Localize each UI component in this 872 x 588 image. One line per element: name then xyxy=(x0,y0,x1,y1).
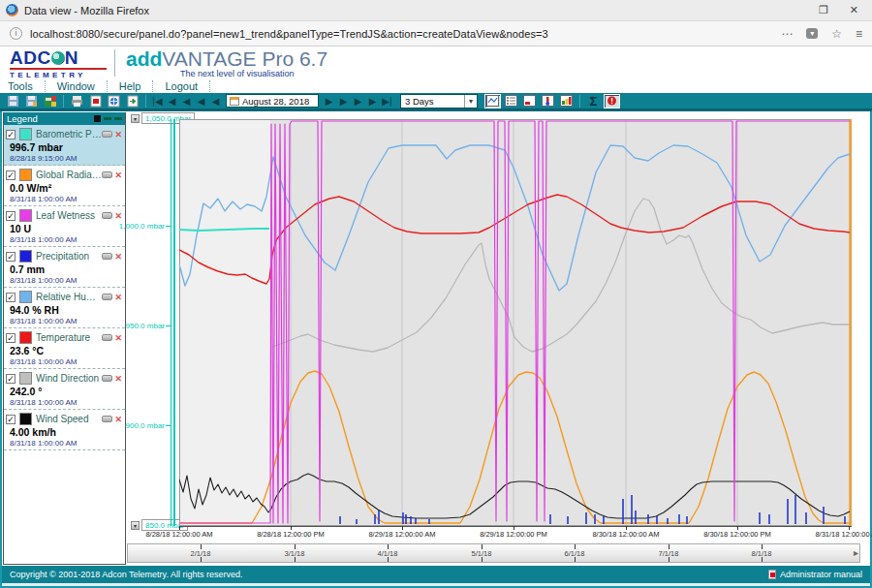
alarms-button[interactable] xyxy=(604,94,620,108)
legend-item-color-swatch xyxy=(19,169,32,181)
trend-plot[interactable] xyxy=(179,119,852,526)
table-view-button[interactable] xyxy=(503,94,519,108)
menu-item-tools[interactable]: Tools xyxy=(0,80,46,92)
save-button[interactable] xyxy=(5,94,21,108)
legend-item-checkbox[interactable]: ✓ xyxy=(6,415,16,424)
legend-item-options-button[interactable] xyxy=(102,253,112,260)
save-as-button[interactable] xyxy=(23,94,40,108)
nav-back-button-1[interactable]: ◀ xyxy=(165,96,179,107)
y-axis-line xyxy=(171,119,171,526)
legend-item-value: 0.7 mm xyxy=(6,263,123,276)
nav-forward-button-4[interactable]: ▶| xyxy=(380,96,394,107)
axis-stepper-icon[interactable]: ▾ xyxy=(131,114,140,123)
legend-item-remove-button[interactable]: ✕ xyxy=(114,170,122,180)
menu-item-window[interactable]: Window xyxy=(46,80,108,92)
time-overview-scrollbar[interactable]: ▸ 2/1/183/1/184/1/185/1/186/1/187/1/188/… xyxy=(127,543,860,563)
main-menu: ToolsWindowHelpLogout xyxy=(0,79,872,93)
download-icon[interactable]: ▾ xyxy=(806,28,818,39)
scroll-right-icon[interactable]: ▸ xyxy=(854,547,858,558)
legend-item-checkbox[interactable]: ✓ xyxy=(6,170,16,180)
administrator-manual-link[interactable]: Administrator manual xyxy=(780,570,862,579)
legend-item-value: 10 U xyxy=(6,223,123,235)
legend-item-checkbox[interactable]: ✓ xyxy=(6,374,16,384)
legend-item-options-button[interactable] xyxy=(102,294,112,300)
date-field[interactable]: August 28, 2018 xyxy=(226,94,319,108)
browser-toolbar: i localhost:8080/secure/panel.do?panel=n… xyxy=(0,21,872,46)
site-info-icon[interactable]: i xyxy=(10,27,22,40)
legend-item-remove-button[interactable]: ✕ xyxy=(114,211,122,221)
legend-title: Legend xyxy=(7,113,38,124)
legend-item-options-button[interactable] xyxy=(102,212,112,219)
legend-item-checkbox[interactable]: ✓ xyxy=(6,130,16,139)
x-tick-label: 8/28/18 12:00:00 PM xyxy=(247,530,334,539)
nav-back-button-0[interactable]: |◀ xyxy=(150,96,165,107)
app-toolbar: |◀◀◀◀◀ August 28, 2018 ▶▶▶▶▶| 3 Days ▾ Σ xyxy=(0,93,872,109)
sum-button[interactable]: Σ xyxy=(585,94,602,108)
legend-item-remove-button[interactable]: ✕ xyxy=(114,293,122,302)
x-tick-label: 8/30/18 12:00:00 PM xyxy=(694,530,781,539)
legend-maximize-icon[interactable] xyxy=(114,117,122,120)
nav-back-button-4[interactable]: ◀ xyxy=(208,96,223,107)
nav-forward-button-1[interactable]: ▶ xyxy=(336,96,351,107)
legend-item-value: 996.7 mbar xyxy=(6,141,123,154)
legend-header[interactable]: Legend xyxy=(4,112,125,125)
range-dropdown[interactable]: 3 Days ▾ xyxy=(400,94,478,108)
nav-forward-button-2[interactable]: ▶ xyxy=(351,96,365,107)
legend-item-checkbox[interactable]: ✓ xyxy=(6,211,16,221)
date-value: August 28, 2018 xyxy=(242,96,309,107)
trend-view-button[interactable] xyxy=(484,94,501,108)
menu-item-help[interactable]: Help xyxy=(108,80,154,92)
nav-forward-button-3[interactable]: ▶ xyxy=(365,96,380,107)
legend-item-6: ✓Wind Direction✕242.0 °8/31/18 1:00:00 A… xyxy=(4,369,125,410)
legend-item-color-swatch xyxy=(19,209,32,222)
x-axis-line xyxy=(179,526,852,527)
overview-month-label: 5/1/18 xyxy=(457,549,506,558)
legend-item-checkbox[interactable]: ✓ xyxy=(6,333,16,343)
legend-item-options-button[interactable] xyxy=(102,334,112,341)
hamburger-menu-icon[interactable]: ≡ xyxy=(856,27,862,41)
legend-item-options-button[interactable] xyxy=(102,416,112,422)
window-title: Data view - Mozilla Firefox xyxy=(24,5,149,16)
menu-item-logout[interactable]: Logout xyxy=(153,80,210,92)
nav-back-button-2[interactable]: ◀ xyxy=(179,96,194,107)
export-pdf-button[interactable] xyxy=(87,94,104,108)
window-restore-button[interactable]: ❐ xyxy=(819,4,828,16)
legend-item-4: ✓Relative Humidity✕94.0 % RH8/31/18 1:00… xyxy=(4,288,125,328)
adcon-logo: ADCN TELEMETRY xyxy=(10,48,107,79)
values-view-button[interactable] xyxy=(521,94,538,108)
legend-item-options-button[interactable] xyxy=(102,171,112,178)
export-data-button[interactable] xyxy=(124,94,140,108)
export-html-button[interactable] xyxy=(106,94,122,108)
window-bottom-edge xyxy=(0,583,872,588)
multi-chart-button[interactable] xyxy=(558,94,575,108)
nav-back-button-3[interactable]: ◀ xyxy=(194,96,208,107)
legend-item-remove-button[interactable]: ✕ xyxy=(114,333,122,343)
legend-item-checkbox[interactable]: ✓ xyxy=(6,252,16,262)
firefox-icon xyxy=(6,4,18,16)
sensor-status-button[interactable] xyxy=(540,94,556,108)
plot-left-band xyxy=(179,119,270,526)
legend-item-remove-button[interactable]: ✕ xyxy=(114,374,122,384)
print-button[interactable] xyxy=(69,94,85,108)
app-header: ADCN TELEMETRY addVANTAGE Pro 6.7 The ne… xyxy=(0,46,872,79)
export-wizard-button[interactable] xyxy=(42,94,58,108)
legend-item-options-button[interactable] xyxy=(102,131,112,138)
legend-dock-icon[interactable] xyxy=(94,115,101,122)
legend-minimize-icon[interactable] xyxy=(104,117,111,120)
legend-item-remove-button[interactable]: ✕ xyxy=(114,130,122,139)
axis-stepper-icon[interactable]: ▾ xyxy=(131,521,140,530)
legend-item-color-swatch xyxy=(19,413,32,425)
legend-item-remove-button[interactable]: ✕ xyxy=(114,252,122,262)
nav-forward-button-0[interactable]: ▶ xyxy=(322,96,336,107)
legend-item-timestamp: 8/31/18 1:00:00 AM xyxy=(6,357,123,366)
legend-item-color-swatch xyxy=(19,331,32,344)
legend-item-options-button[interactable] xyxy=(102,375,112,382)
legend-item-checkbox[interactable]: ✓ xyxy=(6,293,16,302)
page-actions-icon[interactable]: ⋯ xyxy=(781,27,793,41)
legend-item-color-swatch xyxy=(19,128,32,140)
url-text[interactable]: localhost:8080/secure/panel.do?panel=new… xyxy=(30,28,548,40)
window-close-button[interactable]: ✕ xyxy=(850,4,858,16)
y-axis-line[interactable] xyxy=(173,119,175,526)
legend-item-name: Temperature xyxy=(36,332,102,343)
bookmark-star-icon[interactable]: ☆ xyxy=(831,27,842,41)
